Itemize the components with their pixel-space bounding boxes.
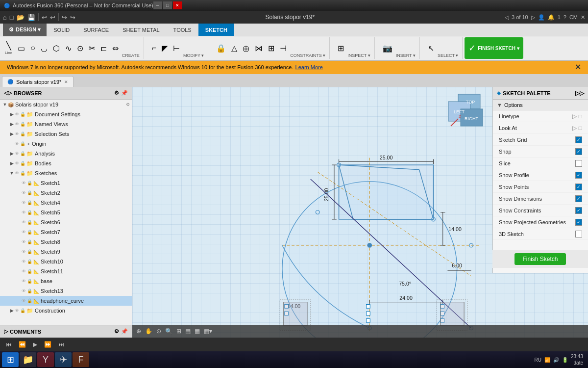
constraints-label[interactable]: CONSTRAINTS ▾	[290, 53, 325, 59]
comments-expand-icon[interactable]: ▷	[4, 328, 8, 335]
offset-tool[interactable]: ⊏	[98, 43, 109, 54]
notifications-icon[interactable]: 🔔	[548, 14, 555, 21]
palette-row-show-points[interactable]: Show Points✓	[493, 181, 588, 193]
grid-settings-icon[interactable]: ▦	[195, 328, 200, 335]
tree-item-selection-sets[interactable]: ▶ 👁🔒 📁 Selection Sets	[0, 129, 132, 139]
palette-row-3d-sketch[interactable]: 3D Sketch	[493, 228, 588, 240]
tree-item-sketch4[interactable]: 👁🔒 📐 Sketch4	[0, 198, 132, 208]
rect-tool[interactable]: ▭	[16, 43, 27, 54]
trim-tool[interactable]: ✂	[87, 43, 97, 54]
tree-item-bodies[interactable]: ▶ 👁🔒 📁 Bodies	[0, 158, 132, 168]
snap-tool[interactable]: ⊕	[136, 328, 141, 335]
insert-tool[interactable]: 📷	[381, 43, 394, 54]
play-btn[interactable]: ▶	[31, 341, 39, 348]
tab-tools[interactable]: TOOLS	[167, 24, 198, 36]
chamfer-tool[interactable]: ◤	[160, 43, 170, 54]
file-explorer-app[interactable]: 📁	[20, 352, 36, 367]
ellipse-tool[interactable]: ⊙	[75, 43, 85, 54]
maximize-button[interactable]: □	[163, 1, 172, 9]
tree-item-named-views[interactable]: ▶ 👁🔒 📁 Named Views	[0, 119, 132, 129]
learn-more-link[interactable]: Learn More	[295, 64, 323, 70]
tab-sketch[interactable]: SKETCH	[198, 24, 234, 36]
close-doc-icon[interactable]: ✕	[581, 14, 585, 21]
play-prev-btn[interactable]: ⏪	[17, 341, 28, 348]
play-next-btn[interactable]: ⏩	[42, 341, 53, 348]
design-button[interactable]: ⚙ DESIGN ▾	[3, 24, 47, 36]
tree-item-headphone_curve[interactable]: 👁🔒 📐 headphone_curve	[0, 296, 132, 306]
undo-arrow-icon[interactable]: ↩	[50, 14, 55, 21]
insert-label[interactable]: INSERT ▾	[396, 53, 416, 59]
inspect-label[interactable]: INSPECT ▾	[347, 53, 370, 59]
comments-options-icon[interactable]: ⚙	[114, 328, 119, 335]
sketch-palette-header[interactable]: ◈ SKETCH PALETTE ▷▷	[493, 87, 588, 100]
inspect-tool[interactable]: ⊞	[336, 43, 346, 54]
home-icon[interactable]: ⌂	[3, 14, 7, 21]
tree-item-sketch2[interactable]: 👁🔒 📐 Sketch2	[0, 188, 132, 198]
fillet-tool[interactable]: ⌐	[150, 43, 158, 53]
redo-icon[interactable]: ↪	[62, 14, 67, 21]
select-label[interactable]: SELECT ▾	[438, 53, 458, 59]
palette-expand-icon[interactable]: ▷▷	[575, 90, 584, 97]
tab-sheet-metal[interactable]: SHEET METAL	[116, 24, 166, 36]
tree-item-base[interactable]: 👁🔒 📐 base	[0, 276, 132, 286]
palette-row-show-constraints[interactable]: Show Constraints✓	[493, 205, 588, 216]
minimize-button[interactable]: ─	[153, 1, 162, 9]
finish-sketch-ribbon-btn[interactable]: ✓ FINISH SKETCH ▾	[465, 37, 523, 59]
orbit-tool[interactable]: ⊙	[156, 328, 161, 335]
options-section-header[interactable]: ▼ Options	[493, 100, 588, 110]
undo-icon[interactable]: ↩	[42, 14, 47, 21]
app-telegram[interactable]: ✈	[55, 352, 72, 367]
play-end-btn[interactable]: ⏭	[56, 341, 66, 348]
tree-item-origin[interactable]: 👁🔒 ⚬ Origin	[0, 139, 132, 149]
app-yandex[interactable]: Y	[37, 352, 54, 367]
circle-constraint[interactable]: ◎	[241, 43, 251, 54]
tree-item-sketch7[interactable]: 👁🔒 📐 Sketch7	[0, 227, 132, 237]
notification-close-button[interactable]: ✕	[575, 63, 581, 72]
palette-row-show-projected-geometries[interactable]: Show Projected Geometries✓	[493, 216, 588, 228]
tree-item-solaris-stopor-v19[interactable]: ▼ 📦 Solaris stopor v19 ⚙	[0, 100, 132, 109]
redo-arrow-icon[interactable]: ↪	[70, 14, 75, 21]
lock-constraint[interactable]: 🔒	[214, 43, 228, 54]
palette-row-linetype[interactable]: Linetype▷ □	[493, 110, 588, 122]
extend-tool[interactable]: ⊢	[171, 43, 182, 54]
zoom-in-tool[interactable]: 🔍	[165, 328, 172, 335]
tree-item-sketch10[interactable]: 👁🔒 📐 Sketch10	[0, 257, 132, 266]
browser-options-icon[interactable]: ⚙	[114, 90, 119, 96]
tree-item-sketch6[interactable]: 👁🔒 📐 Sketch6	[0, 217, 132, 227]
palette-row-snap[interactable]: Snap✓	[493, 146, 588, 158]
save-icon[interactable]: 💾	[27, 14, 35, 21]
doc-tab-close-button[interactable]: ✕	[64, 79, 68, 84]
more-settings-icon[interactable]: ▦▾	[204, 328, 212, 335]
tab-solid[interactable]: SOLID	[47, 24, 76, 36]
app-fusion[interactable]: F	[73, 352, 89, 367]
parallel-constraint[interactable]: ⊞	[266, 43, 276, 54]
browser-pin-icon[interactable]: 📌	[121, 90, 128, 96]
triangle-constraint[interactable]: △	[229, 43, 239, 54]
tree-item-sketch5[interactable]: 👁🔒 📐 Sketch5	[0, 208, 132, 217]
tree-item-sketch9[interactable]: 👁🔒 📐 Sketch9	[0, 247, 132, 257]
collapse-icon[interactable]: ◁▷	[4, 90, 12, 96]
comments-pin-icon[interactable]: 📌	[121, 328, 128, 335]
tree-item-construction[interactable]: ▶ 👁🔒 📁 Construction	[0, 306, 132, 315]
tree-item-sketch11[interactable]: 👁🔒 📐 Sketch11	[0, 266, 132, 276]
tree-item-sketches[interactable]: ▼ 👁🔒 📁 Sketches	[0, 168, 132, 178]
arc-tool[interactable]: ◡	[39, 43, 49, 54]
palette-row-show-profile[interactable]: Show Profile✓	[493, 169, 588, 181]
play-start-btn[interactable]: ⏮	[4, 341, 14, 348]
help-icon[interactable]: ?	[564, 14, 566, 20]
tree-item-sketch1[interactable]: 👁🔒 📐 Sketch1	[0, 178, 132, 188]
mirror-tool[interactable]: ⇔	[110, 43, 121, 54]
create-label[interactable]: CREATE	[122, 53, 140, 59]
tree-item-sketch8[interactable]: 👁🔒 📐 Sketch8	[0, 237, 132, 247]
file-new-icon[interactable]: □	[10, 14, 14, 21]
tree-item-document-settings[interactable]: ▶ 👁🔒 📁 Document Settings	[0, 109, 132, 119]
line-tool[interactable]: ╲ Line	[3, 40, 14, 56]
navigation-cube[interactable]: TOP LEFT RIGHT Z	[446, 92, 485, 131]
open-file-icon[interactable]: 📂	[17, 14, 24, 21]
spline-tool[interactable]: ∿	[63, 43, 74, 54]
tangent-constraint[interactable]: ⋈	[253, 43, 265, 54]
palette-row-show-dimensions[interactable]: Show Dimensions✓	[493, 193, 588, 205]
palette-row-look-at[interactable]: Look At▷ □	[493, 122, 588, 134]
document-tab[interactable]: 🔵 Solaris stopor v19* ✕	[2, 76, 74, 87]
tree-item-sketch13[interactable]: 👁🔒 📐 Sketch13	[0, 286, 132, 296]
